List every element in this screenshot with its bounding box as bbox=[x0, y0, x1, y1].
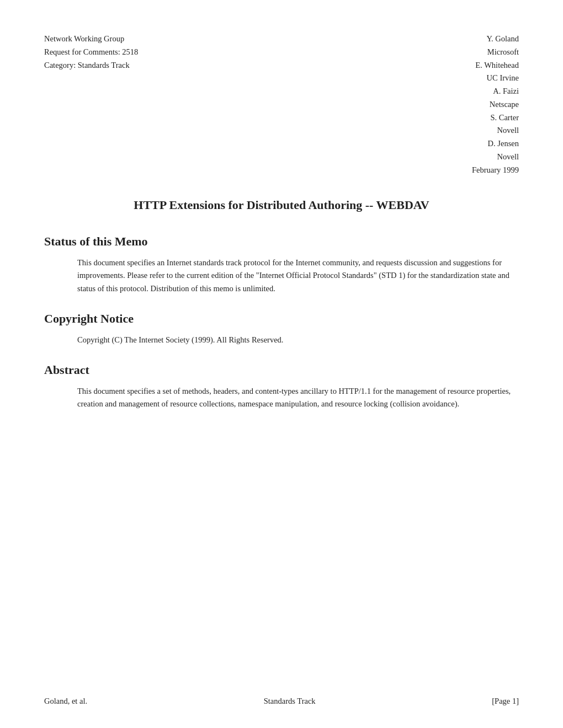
author-goland: Y. Goland bbox=[486, 33, 519, 45]
date: February 1999 bbox=[472, 164, 519, 176]
footer-track: Standards Track bbox=[264, 697, 316, 706]
author-org-novell1: Novell bbox=[497, 125, 519, 137]
copyright-body: Copyright (C) The Internet Society (1999… bbox=[77, 334, 519, 346]
author-carter: S. Carter bbox=[490, 112, 519, 124]
status-heading: Status of this Memo bbox=[44, 234, 519, 249]
author-whitehead: E. Whitehead bbox=[475, 60, 519, 72]
document-title-block: HTTP Extensions for Distributed Authorin… bbox=[44, 198, 519, 212]
abstract-text: This document specifies a set of methods… bbox=[77, 385, 519, 410]
document-title: HTTP Extensions for Distributed Authorin… bbox=[44, 198, 519, 212]
header-left: Network Working Group Request for Commen… bbox=[44, 33, 138, 71]
document-header: Network Working Group Request for Commen… bbox=[44, 33, 519, 176]
abstract-section: Abstract This document specifies a set o… bbox=[44, 363, 519, 410]
author-org-microsoft: Microsoft bbox=[487, 46, 519, 58]
author-org-netscape: Netscape bbox=[490, 99, 519, 111]
status-body: This document specifies an Internet stan… bbox=[77, 256, 519, 295]
status-text: This document specifies an Internet stan… bbox=[77, 256, 519, 295]
category: Category: Standards Track bbox=[44, 60, 138, 72]
working-group: Network Working Group bbox=[44, 33, 138, 45]
abstract-body: This document specifies a set of methods… bbox=[77, 385, 519, 410]
footer-authors: Goland, et al. bbox=[44, 697, 87, 706]
abstract-heading: Abstract bbox=[44, 363, 519, 377]
author-org-uci: UC Irvine bbox=[487, 72, 519, 84]
header-right: Y. Goland Microsoft E. Whitehead UC Irvi… bbox=[472, 33, 519, 176]
page-footer: Goland, et al. Standards Track [Page 1] bbox=[44, 697, 519, 706]
copyright-section: Copyright Notice Copyright (C) The Inter… bbox=[44, 312, 519, 346]
author-faizi: A. Faizi bbox=[493, 85, 519, 98]
page: Network Working Group Request for Commen… bbox=[0, 0, 563, 728]
author-jensen: D. Jensen bbox=[488, 138, 519, 150]
rfc-number: Request for Comments: 2518 bbox=[44, 46, 138, 58]
copyright-text: Copyright (C) The Internet Society (1999… bbox=[77, 334, 519, 346]
author-org-novell2: Novell bbox=[497, 151, 519, 163]
status-section: Status of this Memo This document specif… bbox=[44, 234, 519, 295]
footer-page: [Page 1] bbox=[492, 697, 519, 706]
copyright-heading: Copyright Notice bbox=[44, 312, 519, 326]
